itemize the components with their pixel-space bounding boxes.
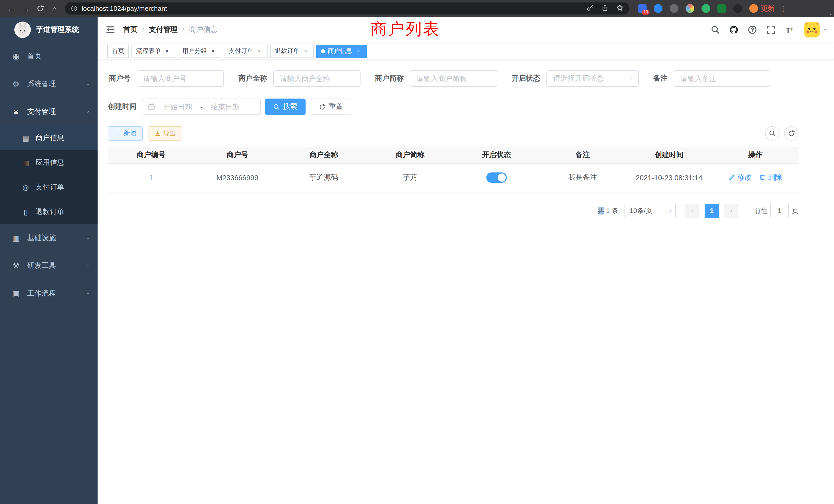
- fullscreen-icon[interactable]: [763, 22, 779, 38]
- sidebar: 芋道管理系统 ◉ 首页 ⚙ 系统管理 › ¥ 支付管理 › ▤ 商户信息: [0, 17, 97, 504]
- font-size-icon[interactable]: TT: [782, 22, 797, 38]
- page-size-select[interactable]: 10条/页 ›: [624, 204, 676, 218]
- password-key-icon[interactable]: [587, 4, 594, 13]
- merchant-table: 商户编号 商户号 商户全称 商户简称 开启状态 备注 创建时间 操作 1 M23…: [108, 147, 798, 192]
- sidebar-item-dev-tools[interactable]: ⚒ 研发工具 ›: [0, 252, 97, 280]
- edit-button[interactable]: 修改: [729, 173, 752, 182]
- browser-home-icon[interactable]: ⌂: [47, 1, 62, 16]
- sidebar-item-workflow[interactable]: ▣ 工作流程 ›: [0, 280, 97, 307]
- cell-actions: 修改 删除: [712, 163, 798, 192]
- extension-drop-icon[interactable]: [654, 4, 662, 13]
- extension-color-wheel-icon[interactable]: [686, 4, 694, 13]
- omnibox-actions: [587, 4, 623, 13]
- sidebar-item-app-info[interactable]: ▦ 应用信息: [0, 151, 97, 175]
- tab-label: 流程表单: [136, 47, 161, 55]
- sidebar-item-infra[interactable]: ▥ 基础设施 ›: [0, 224, 97, 252]
- site-info-icon[interactable]: [71, 5, 78, 12]
- sidebar-item-label: 工作流程: [27, 289, 56, 298]
- export-button[interactable]: 导出: [148, 126, 182, 141]
- avatar-caret-icon[interactable]: ›: [823, 29, 829, 30]
- breadcrumb: 首页 / 支付管理 / 商户信息: [123, 25, 218, 35]
- user-avatar[interactable]: [805, 22, 820, 38]
- browser-update-button[interactable]: 更新: [761, 4, 774, 13]
- merchant-short-label: 商户简称: [375, 74, 410, 83]
- merchant-no-label: 商户号: [108, 74, 137, 83]
- sidebar-item-label: 系统管理: [27, 79, 56, 89]
- url-text: localhost:1024/pay/merchant: [82, 5, 167, 12]
- address-bar[interactable]: localhost:1024/pay/merchant: [65, 2, 630, 15]
- tab-close-icon[interactable]: ×: [163, 47, 171, 55]
- export-button-label: 导出: [163, 129, 176, 138]
- date-end-input[interactable]: [205, 102, 246, 111]
- tab-label: 退款订单: [275, 47, 300, 55]
- cell-full-name: 芋道源码: [281, 163, 367, 192]
- sidebar-item-merchant-info[interactable]: ▤ 商户信息: [0, 126, 97, 151]
- tab-close-icon[interactable]: ×: [355, 47, 362, 55]
- page-number-1[interactable]: 1: [705, 204, 719, 218]
- extension-badge: 10: [642, 10, 650, 15]
- extension-green-circle-icon[interactable]: [702, 4, 710, 13]
- share-icon[interactable]: [601, 4, 609, 13]
- cell-short-name: 芋艿: [367, 163, 453, 192]
- reset-button[interactable]: 重置: [311, 98, 351, 115]
- extension-pinned-icon[interactable]: 10: [638, 4, 646, 13]
- browser-menu-icon[interactable]: ⋮: [780, 4, 787, 13]
- breadcrumb-home[interactable]: 首页: [123, 25, 138, 35]
- chrome-caret-icon[interactable]: ›: [829, 14, 834, 15]
- tab-home[interactable]: 首页: [107, 44, 129, 58]
- bookmark-star-icon[interactable]: [616, 4, 623, 13]
- refresh-button[interactable]: [784, 126, 798, 141]
- sidebar-item-payment[interactable]: ¥ 支付管理 ›: [0, 98, 97, 126]
- browser-forward-icon[interactable]: →: [19, 1, 33, 16]
- breadcrumb-current: 商户信息: [189, 25, 218, 35]
- sidebar-toggle-icon[interactable]: [105, 24, 116, 36]
- page-content: 商户号 商户全称 商户简称 开启状态 请选择开启状态 ›: [97, 60, 834, 218]
- extensions-row: 10: [638, 4, 758, 13]
- toggle-search-button[interactable]: [765, 126, 780, 141]
- status-select[interactable]: 请选择开启状态 ›: [546, 70, 639, 87]
- breadcrumb-section[interactable]: 支付管理: [149, 25, 178, 35]
- tab-refund-order[interactable]: 退款订单 ×: [270, 44, 314, 58]
- sidebar-item-system[interactable]: ⚙ 系统管理 ›: [0, 70, 97, 98]
- status-toggle[interactable]: [486, 173, 507, 183]
- extension-gray-icon[interactable]: [670, 4, 678, 13]
- delete-button-label: 删除: [768, 173, 782, 182]
- github-icon[interactable]: [726, 22, 742, 38]
- merchant-name-input[interactable]: [273, 70, 360, 87]
- column-status: 开启状态: [453, 147, 540, 163]
- merchant-name-label: 商户全称: [238, 74, 273, 83]
- remark-input[interactable]: [674, 70, 771, 87]
- extension-green-sheet-icon[interactable]: [718, 4, 726, 13]
- tab-process-form[interactable]: 流程表单 ×: [131, 44, 175, 58]
- profile-avatar-icon[interactable]: [749, 4, 758, 13]
- add-button[interactable]: ＋ 新增: [108, 126, 143, 141]
- tab-payment-order[interactable]: 支付订单 ×: [224, 44, 267, 58]
- create-time-range-picker[interactable]: -: [143, 98, 261, 115]
- date-start-input[interactable]: [157, 102, 198, 111]
- column-merchant-no: 商户号: [194, 147, 280, 163]
- search-button[interactable]: 搜索: [265, 98, 306, 115]
- total-count: 1: [606, 207, 610, 214]
- sidebar-item-payment-order[interactable]: ◎ 支付订单: [0, 175, 97, 200]
- app-logo[interactable]: 芋道管理系统: [0, 17, 97, 43]
- merchant-short-input[interactable]: [410, 70, 497, 87]
- browser-reload-icon[interactable]: [33, 1, 47, 16]
- yen-icon: ¥: [11, 108, 21, 116]
- goto-page-input[interactable]: [770, 204, 789, 218]
- sidebar-item-home[interactable]: ◉ 首页: [0, 43, 97, 70]
- tab-close-icon[interactable]: ×: [302, 47, 309, 55]
- tab-close-icon[interactable]: ×: [210, 47, 217, 55]
- help-icon[interactable]: [745, 22, 760, 38]
- tab-user-group[interactable]: 用户分组 ×: [178, 44, 221, 58]
- tab-close-icon[interactable]: ×: [256, 47, 263, 55]
- browser-back-icon[interactable]: ←: [4, 1, 19, 16]
- next-page-button[interactable]: ›: [724, 204, 739, 218]
- header-search-icon[interactable]: [708, 22, 723, 38]
- extension-dark-pin-icon[interactable]: [733, 4, 742, 13]
- sidebar-item-refund-order[interactable]: ▯ 退款订单: [0, 200, 97, 224]
- tab-merchant-info[interactable]: 商户信息 ×: [316, 44, 367, 58]
- prev-page-button[interactable]: ‹: [685, 204, 699, 218]
- reset-button-label: 重置: [329, 102, 343, 111]
- delete-button[interactable]: 删除: [759, 173, 782, 182]
- merchant-no-input[interactable]: [137, 70, 224, 87]
